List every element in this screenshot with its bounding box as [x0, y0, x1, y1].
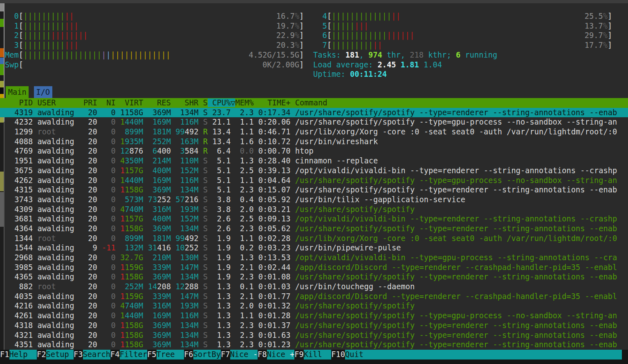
fkey-f3[interactable]: F3	[74, 350, 83, 360]
process-row-1344[interactable]: 1344 root 20 0 899M 181M 99492 S 1.9 1.1…	[0, 234, 628, 243]
tasks-status-line: Tasks: 181, 974 thr, 218 kthr; 6 running	[313, 50, 612, 60]
process-row-4315[interactable]: 4315 awalding 20 0 1158G 369M 134M S 5.1…	[0, 185, 628, 195]
fkey-label-tree[interactable]: Tree	[157, 350, 184, 360]
process-row-4318[interactable]: 4318 awalding 20 0 1158G 369M 134M S 1.3…	[0, 321, 628, 331]
cpu-meter-7: 7[|||||||||||17.7%]	[313, 40, 612, 50]
process-row-4088[interactable]: 4088 awalding 20 0 1935M 252M 163M R 13.…	[0, 137, 628, 147]
htop-terminal-screen: { "colors":{ "background":"#2a2a2a","for…	[0, 0, 628, 364]
cpu-bar-7: |||||||||||17.7%	[332, 40, 608, 50]
mem-meter: Mem[||||||||||||||||||||||||||||||||4.52…	[5, 50, 304, 60]
function-key-bar: F1HelpF2SetupF3SearchF4FilterF5TreeF6Sor…	[0, 350, 622, 360]
cpu-bar-3: ||||||||||||20.3%	[23, 40, 299, 50]
table-header[interactable]: PID USER PRI NI VIRT RES SHR S CPU%▽MEM%…	[0, 98, 628, 108]
fkey-f8[interactable]: F8	[258, 350, 267, 360]
process-row-3675[interactable]: 3675 awalding 20 0 1157G 400M 152M S 5.1…	[0, 166, 628, 176]
fkey-label-filter[interactable]: Filter	[120, 350, 148, 360]
cpu-percent-2: 22.9%	[276, 31, 299, 40]
load-average-line: Load average: 2.45 1.81 1.04	[313, 60, 612, 70]
cpu-bar-6: ||||||||||||||||||29.7%	[332, 31, 608, 40]
screen-tabs: MainI/O	[6, 86, 57, 98]
cpu-percent-7: 17.7%	[585, 40, 608, 50]
fkey-label-help[interactable]: Help	[9, 350, 37, 360]
cpu-bar-2: ||||||||||||||22.9%	[23, 31, 299, 40]
tab-io[interactable]: I/O	[34, 86, 52, 98]
fkey-label-sortby[interactable]: SortBy	[193, 350, 221, 360]
cpu-meter-1: 1[||||||||||||19.7%]	[5, 21, 304, 31]
fkey-label-nice-[interactable]: Nice +	[267, 350, 295, 360]
process-row-4261[interactable]: 4261 awalding 20 0 1440M 169M 116M S 1.3…	[0, 311, 628, 321]
fkey-f4[interactable]: F4	[110, 350, 120, 360]
process-row-3985[interactable]: 3985 awalding 20 0 1159G 339M 147M S 1.9…	[0, 263, 628, 272]
fkey-f2[interactable]: F2	[37, 350, 46, 360]
process-row-4309[interactable]: 4309 awalding 20 0 4740M 316M 193M S 3.8…	[0, 205, 628, 214]
process-row-3681[interactable]: 3681 awalding 20 0 1157G 400M 152M S 2.6…	[0, 214, 628, 224]
process-row-1299[interactable]: 1299 root 20 0 899M 181M 99492 R 13.4 1.…	[0, 127, 628, 137]
process-row-4769[interactable]: 4769 awalding 20 0 12876 6400 3584 R 6.4…	[0, 146, 628, 156]
function-bar-background: F1HelpF2SetupF3SearchF4FilterF5TreeF6Sor…	[0, 350, 628, 364]
cpu-bar-1: ||||||||||||19.7%	[23, 21, 299, 31]
window-top-edge	[0, 0, 628, 3]
process-row-4319[interactable]: 4319 awalding 20 0 1158G 369M 134M S 23.…	[0, 108, 628, 118]
swp-meter: Swp[0K/2.00G]	[5, 60, 304, 70]
fkey-f1[interactable]: F1	[0, 350, 9, 360]
cpu-meter-2: 2[||||||||||||||22.9%]	[5, 31, 304, 40]
process-row-4351[interactable]: 4351 awalding 20 0 1158G 369M 134M S 1.3…	[0, 340, 628, 350]
sort-column-cpu[interactable]: CPU%▽	[208, 98, 236, 107]
cpu-percent-0: 16.7%	[276, 11, 299, 21]
process-row-4035[interactable]: 4035 awalding 20 0 1159G 339M 147M S 1.3…	[0, 292, 628, 301]
fkey-label-search[interactable]: Search	[83, 350, 111, 360]
cpu-percent-4: 25.5%	[585, 11, 608, 21]
fkey-label-kill[interactable]: Kill	[304, 350, 332, 360]
process-row-4321[interactable]: 4321 awalding 20 0 1158G 369M 134M S 1.3…	[0, 331, 628, 340]
fkey-label-quit[interactable]: Quit	[345, 350, 622, 360]
process-table: PID USER PRI NI VIRT RES SHR S CPU%▽MEM%…	[0, 98, 628, 350]
cpu-percent-1: 19.7%	[276, 21, 299, 31]
fkey-f5[interactable]: F5	[147, 350, 157, 360]
cpu-meter-4: 4[|||||||||||||||25.5%]	[313, 11, 612, 21]
tab-main[interactable]: Main	[6, 86, 29, 98]
swp-usage-text: 0K/2.00G	[262, 60, 299, 70]
cpu-percent-6: 29.7%	[585, 31, 608, 40]
process-row-1544[interactable]: 1544 awalding 9 -11 132M 31416 10252 S 1…	[0, 243, 628, 253]
uptime-line: Uptime: 00:11:24	[313, 69, 612, 79]
cpu-bar-4: |||||||||||||||25.5%	[332, 11, 608, 21]
cpu-memory-meters-left: 0[|||||||||||16.7%] 1[||||||||||||19.7%]…	[5, 11, 304, 69]
fkey-label-setup[interactable]: Setup	[46, 350, 74, 360]
cpu-meter-6: 6[||||||||||||||||||29.7%]	[313, 31, 612, 40]
fkey-f9[interactable]: F9	[294, 350, 304, 360]
cpu-bar-0: |||||||||||16.7%	[23, 11, 299, 21]
mem-usage-text: 4.52G/15.5G	[249, 50, 299, 60]
process-row-2968[interactable]: 2968 awalding 20 0 32.7G 210M 130M S 1.9…	[0, 253, 628, 263]
cpu-meter-5: 5[||||||||13.7%]	[313, 21, 612, 31]
cpu-meter-0: 0[|||||||||||16.7%]	[5, 11, 304, 21]
process-row-4262[interactable]: 4262 awalding 20 0 1440M 169M 116M S 5.1…	[0, 176, 628, 185]
cpu-percent-5: 13.7%	[585, 21, 608, 31]
process-row-4232[interactable]: 4232 awalding 20 0 1440M 169M 116M S 21.…	[0, 117, 628, 127]
process-row-3743[interactable]: 3743 awalding 20 0 573M 73252 57216 S 3.…	[0, 195, 628, 205]
fkey-f6[interactable]: F6	[184, 350, 193, 360]
fkey-f10[interactable]: F10	[331, 350, 345, 360]
cpu-percent-3: 20.3%	[276, 40, 299, 50]
process-row-1951[interactable]: 1951 awalding 20 0 4350M 214M 110M S 5.1…	[0, 156, 628, 166]
process-row-4365[interactable]: 4365 awalding 20 0 1158G 369M 134M S 1.9…	[0, 272, 628, 282]
fkey-f7[interactable]: F7	[221, 350, 230, 360]
process-row-4364[interactable]: 4364 awalding 20 0 1158G 369M 134M S 2.6…	[0, 224, 628, 234]
process-row-4216[interactable]: 4216 awalding 20 0 4740M 316M 193M S 1.3…	[0, 301, 628, 311]
cpu-meters-right-and-status: 4[|||||||||||||||25.5%] 5[||||||||13.7%]…	[313, 11, 612, 79]
cpu-meter-3: 3[||||||||||||20.3%]	[5, 40, 304, 50]
fkey-label-nice-[interactable]: Nice -	[230, 350, 258, 360]
cpu-bar-5: ||||||||13.7%	[332, 21, 608, 31]
process-row-882[interactable]: 882 root 20 0 252M 14208 12288 S 1.3 0.1…	[0, 282, 628, 292]
